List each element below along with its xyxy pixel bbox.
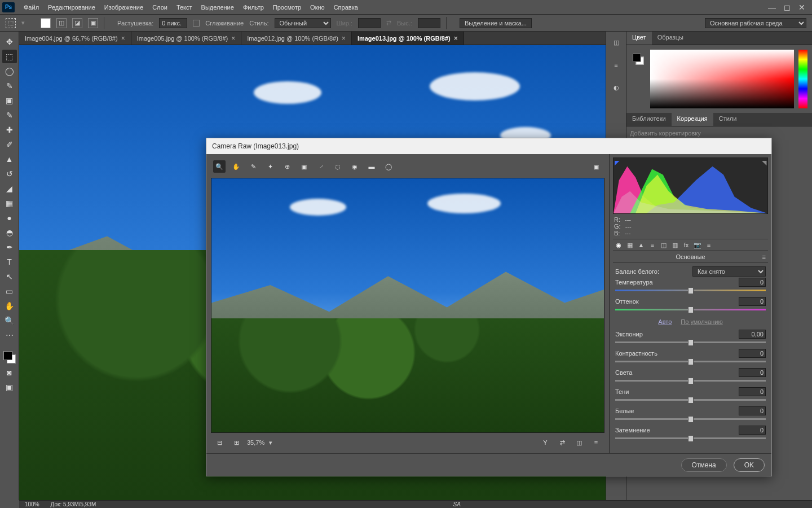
cr-before-after-icon[interactable]: Y [539,436,551,449]
menu-file[interactable]: Файл [19,2,43,12]
slider-value[interactable]: 0 [739,368,766,377]
brush-tool-icon[interactable]: ✐ [2,138,17,151]
close-icon[interactable]: ✕ [798,3,805,12]
close-tab-icon[interactable]: × [342,34,346,42]
slider-экспонир[interactable] [615,340,766,345]
cr-zoom-value[interactable]: 35,7% [247,439,264,446]
type-tool-icon[interactable]: T [2,255,17,269]
zoom-tool-icon[interactable]: 🔍 [2,314,17,327]
hand-tool-icon[interactable]: ✋ [2,299,17,313]
cr-swap-icon[interactable]: ⇄ [556,436,568,449]
new-selection-icon[interactable] [41,18,51,28]
cr-hand-tool-icon[interactable]: ✋ [230,160,242,173]
cr-copy-icon[interactable]: ◫ [573,436,585,449]
dodge-tool-icon[interactable]: ◓ [2,226,17,239]
corrections-tab[interactable]: Коррекция [672,113,713,126]
cr-adjust-brush-icon[interactable]: ▬ [365,160,378,173]
fg-color-swatch[interactable] [3,351,12,360]
feather-input[interactable] [159,18,187,28]
panel-menu-icon[interactable]: ≡ [762,253,766,260]
maximize-icon[interactable]: ◻ [784,3,791,12]
blur-tool-icon[interactable]: ● [2,211,17,225]
basic-tab-icon[interactable]: ◉ [614,240,623,249]
slider-value[interactable]: 0 [739,406,766,415]
slider-белые[interactable] [615,417,766,422]
close-tab-icon[interactable]: × [454,34,458,42]
slider-тени[interactable] [615,397,766,403]
default-link[interactable]: По умолчанию [681,318,722,325]
close-tab-icon[interactable]: × [121,34,125,42]
marquee-tool-icon[interactable]: ⬚ [2,50,17,63]
subtract-selection-icon[interactable]: ◪ [72,18,82,28]
auto-link[interactable]: Авто [658,318,672,325]
cr-crop-tool-icon[interactable]: ▣ [298,160,310,173]
cr-spot-removal-icon[interactable]: ◌ [332,160,344,173]
slider-value[interactable]: 0 [739,426,766,435]
cr-preview[interactable] [211,178,604,433]
fg-color-mini[interactable] [633,54,641,62]
camera-tab-icon[interactable]: 📷 [693,240,702,249]
history-brush-tool-icon[interactable]: ↺ [2,167,17,181]
color-field[interactable] [650,50,794,108]
pen-tool-icon[interactable]: ✒ [2,240,17,254]
cr-wb-tool-icon[interactable]: ✎ [247,160,259,173]
ok-button[interactable]: OK [734,458,765,472]
adjustments-panel-icon[interactable]: ◐ [610,81,623,94]
cr-grad-filter-icon[interactable]: ◯ [382,160,395,173]
cr-color-sampler-icon[interactable]: ✦ [264,160,276,173]
hsl-tab-icon[interactable]: ≡ [648,240,657,249]
menu-layers[interactable]: Слои [148,2,172,12]
cr-preferences-icon[interactable]: ▣ [590,160,602,173]
antialias-checkbox[interactable] [193,20,200,27]
cr-zoom-in-icon[interactable]: ⊞ [230,436,242,449]
lens-tab-icon[interactable]: ▥ [670,240,679,249]
chevron-down-icon[interactable]: ▾ [269,439,272,446]
healing-tool-icon[interactable]: ✚ [2,123,17,137]
select-and-mask-button[interactable]: Выделение и маска... [460,18,532,28]
quick-mask-icon[interactable]: ◙ [2,366,17,379]
add-selection-icon[interactable]: ◫ [56,18,67,28]
eraser-tool-icon[interactable]: ◢ [2,182,17,195]
path-select-tool-icon[interactable]: ↖ [2,270,17,283]
cr-zoom-out-icon[interactable]: ⊟ [213,436,226,449]
slider-value[interactable]: 0,00 [739,330,766,339]
cr-zoom-tool-icon[interactable]: 🔍 [213,160,226,173]
marquee-tool-icon[interactable]: ⬚ [6,18,16,28]
slider-затемнение[interactable] [615,436,766,441]
cr-redeye-icon[interactable]: ◉ [348,160,361,173]
detail-tab-icon[interactable]: ▲ [637,240,646,249]
minimize-icon[interactable]: ― [768,3,776,12]
menu-text[interactable]: Текст [172,2,197,12]
shape-tool-icon[interactable]: ▭ [2,284,17,298]
color-tab[interactable]: Цвет [626,32,652,45]
styles-tab[interactable]: Стили [713,113,743,126]
highlight-clip-icon[interactable]: ◥ [762,159,766,167]
eyedropper-tool-icon[interactable]: ✎ [2,108,17,122]
document-tab[interactable]: Image012.jpg @ 100% (RGB/8#)× [241,32,352,45]
slider-контрастность[interactable] [615,359,766,365]
lasso-tool-icon[interactable]: ◯ [2,64,17,78]
document-tab[interactable]: Image004.jpg @ 66,7% (RGB/8#)× [19,32,131,45]
libraries-tab[interactable]: Библиотеки [626,113,672,126]
document-tab[interactable]: Image013.jpg @ 100% (RGB/8#)× [352,32,464,45]
menu-image[interactable]: Изображение [100,2,148,12]
properties-panel-icon[interactable]: ≡ [610,59,623,71]
move-tool-icon[interactable]: ✥ [2,35,17,49]
slider-value[interactable]: 0 [739,278,766,287]
shadow-clip-icon[interactable]: ◤ [615,159,619,167]
fg-bg-swatch[interactable] [2,350,17,365]
slider-оттенок[interactable] [615,307,766,313]
menu-view[interactable]: Просмотр [268,2,306,12]
split-tab-icon[interactable]: ◫ [659,240,668,249]
edit-toolbar-icon[interactable]: ⋯ [2,329,17,342]
document-tab[interactable]: Image005.jpg @ 100% (RGB/8#)× [131,32,242,45]
cancel-button[interactable]: Отмена [681,458,727,472]
stamp-tool-icon[interactable]: ▲ [2,152,17,166]
zoom-level[interactable]: 100% [25,501,39,507]
presets-tab-icon[interactable]: ≡ [704,240,713,249]
wb-select[interactable]: Как снято [692,266,766,277]
fx-tab-icon[interactable]: fx [682,240,691,249]
menu-help[interactable]: Справка [329,2,363,12]
close-tab-icon[interactable]: × [231,34,235,42]
history-panel-icon[interactable]: ◫ [610,36,623,49]
